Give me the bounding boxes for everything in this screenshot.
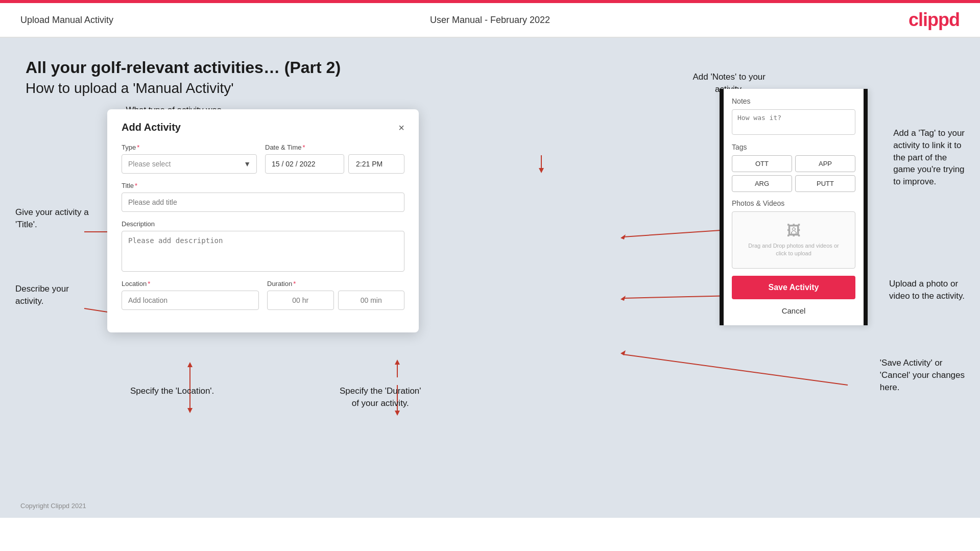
svg-marker-9 — [187, 362, 193, 367]
annotation-photos: Upload a photo orvideo to the activity. — [889, 278, 965, 302]
main-content: All your golf-relevant activities… (Part… — [0, 38, 980, 518]
svg-marker-11 — [187, 408, 193, 413]
dialog-title: Add Activity — [122, 122, 181, 133]
date-input[interactable] — [265, 154, 344, 174]
annotation-location: Specify the 'Location'. — [130, 385, 214, 397]
type-datetime-row: Type* Please select ▼ Date & Time* — [122, 143, 404, 174]
description-label: Description — [122, 220, 404, 228]
notes-section-label: Notes — [732, 97, 855, 105]
annotation-save-cancel: 'Save Activity' or'Cancel' your changesh… — [880, 357, 965, 393]
description-group: Description — [122, 220, 404, 272]
notes-textarea[interactable] — [732, 109, 855, 135]
upload-icon: 🖼 — [743, 222, 845, 239]
tag-app[interactable]: APP — [795, 155, 855, 172]
duration-group: Duration* — [267, 280, 404, 310]
title-input[interactable] — [122, 193, 404, 212]
location-input[interactable] — [122, 291, 259, 310]
type-select-wrapper: Please select ▼ — [122, 154, 257, 174]
title-label: Title* — [122, 182, 404, 189]
tag-putt[interactable]: PUTT — [795, 175, 855, 192]
annotation-tags: Add a 'Tag' to youractivity to link it t… — [893, 127, 965, 188]
annotation-description: Describe youractivity. — [15, 283, 69, 307]
svg-marker-17 — [539, 168, 544, 173]
page-title-left: Upload Manual Activity — [20, 15, 113, 26]
description-textarea[interactable] — [122, 231, 404, 272]
annotation-title: Give your activity a'Title'. — [15, 206, 89, 231]
tag-arg[interactable]: ARG — [732, 175, 792, 192]
date-time-inputs — [265, 154, 404, 174]
time-input[interactable] — [348, 154, 404, 174]
logo: clippd — [909, 9, 960, 31]
location-duration-row: Location* Duration* — [122, 280, 404, 310]
page-title-center: User Manual - February 2022 — [430, 15, 550, 26]
section-title: All your golf-relevant activities… (Part… — [26, 58, 954, 77]
description-row: Description — [122, 220, 404, 272]
photos-section-label: Photos & Videos — [732, 199, 855, 207]
dialog-header: Add Activity × — [122, 122, 404, 133]
footer-copyright: Copyright Clippd 2021 — [20, 502, 86, 510]
location-label: Location* — [122, 280, 259, 288]
duration-inputs — [267, 291, 404, 310]
cancel-button[interactable]: Cancel — [732, 304, 855, 317]
upload-text: Drag and Drop photos and videos or click… — [743, 242, 845, 258]
datetime-group: Date & Time* — [265, 143, 404, 174]
datetime-label: Date & Time* — [265, 143, 404, 151]
annotation-duration: Specify the 'Duration'of your activity. — [340, 385, 421, 410]
phone-panel: Notes Tags OTT APP ARG PUTT Photos & Vid… — [720, 89, 868, 325]
phone-inner: Notes Tags OTT APP ARG PUTT Photos & Vid… — [724, 89, 864, 325]
duration-label: Duration* — [267, 280, 404, 288]
type-select[interactable]: Please select — [122, 154, 257, 174]
close-button[interactable]: × — [398, 123, 404, 133]
type-group: Type* Please select ▼ — [122, 143, 257, 174]
svg-marker-13 — [395, 360, 400, 365]
tags-section-label: Tags — [732, 143, 855, 151]
title-group: Title* — [122, 182, 404, 212]
svg-marker-23 — [620, 350, 626, 355]
svg-marker-19 — [620, 234, 626, 239]
tag-ott[interactable]: OTT — [732, 155, 792, 172]
location-group: Location* — [122, 280, 259, 310]
add-activity-dialog: Add Activity × Type* Please select ▼ Dat… — [107, 109, 419, 332]
duration-min-input[interactable] — [338, 291, 405, 310]
upload-area[interactable]: 🖼 Drag and Drop photos and videos or cli… — [732, 211, 855, 269]
save-activity-button[interactable]: Save Activity — [732, 276, 855, 299]
duration-hr-input[interactable] — [267, 291, 334, 310]
svg-marker-15 — [395, 411, 400, 416]
tags-grid: OTT APP ARG PUTT — [732, 155, 855, 192]
svg-marker-21 — [620, 296, 626, 301]
type-label: Type* — [122, 143, 257, 151]
svg-line-22 — [623, 354, 848, 385]
title-row: Title* — [122, 182, 404, 212]
top-bar: Upload Manual Activity User Manual - Feb… — [0, 3, 980, 38]
